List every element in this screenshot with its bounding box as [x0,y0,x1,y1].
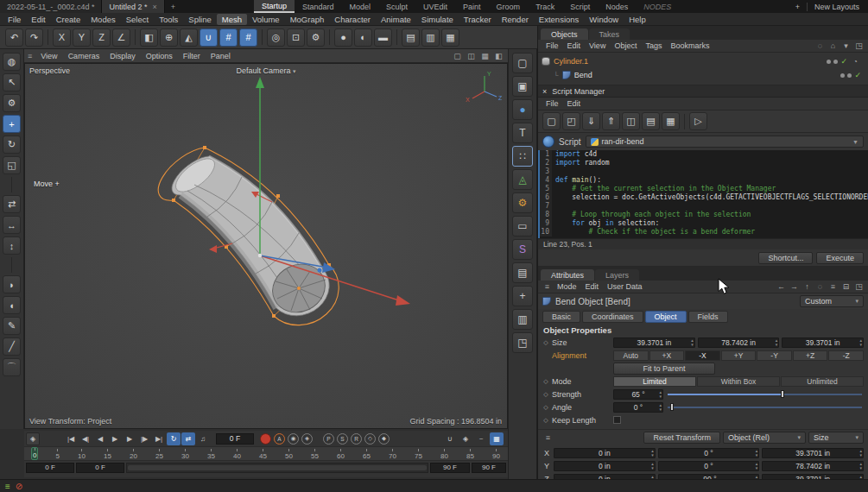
layout-tab-startup[interactable]: Startup [254,0,295,13]
stepper[interactable]: ▴▾ [756,449,758,457]
stepper[interactable]: ▴▾ [659,390,662,399]
camera-menu-icon[interactable]: ▾ [293,68,296,74]
transfer-tool-icon[interactable]: ⇄ [3,195,21,213]
corner-pin-icon[interactable]: ◳ [512,332,533,353]
layout-tab-standard[interactable]: Standard [295,0,342,13]
gear-object-icon[interactable]: ⚙ [512,192,533,213]
coordinate-mode-dropdown[interactable]: Object (Rel)▾ [723,432,806,444]
section-tab-basic[interactable]: Basic [542,311,580,323]
mode-unlimited-button[interactable]: Unlimited [781,376,864,387]
camera-icon[interactable]: ▥ [421,28,440,47]
phong-tag-icon[interactable]: ◔ [850,58,861,66]
add-layout-button[interactable]: + [795,3,800,11]
viewport-menu-cameras[interactable]: Cameras [63,52,105,60]
object-name[interactable]: Cylinder.1 [554,57,588,66]
viewport-solo-icon[interactable]: ◧ [140,28,158,47]
editor-visibility-dot[interactable] [840,73,845,78]
list-icon[interactable]: ≡ [827,282,839,291]
next-key-button[interactable]: |▶ [137,432,151,445]
next-frame-button[interactable]: ▶ [123,432,136,445]
code-line[interactable]: 6 selection = doc.GetActiveObjects(c4d.G… [540,193,868,202]
close-tab-icon[interactable]: × [152,3,156,11]
fcurve-icon[interactable]: ~ [474,432,488,445]
timeline-tick-45[interactable]: 45 [258,449,268,460]
pingpong-button[interactable]: ⇄ [181,432,195,445]
menu-edit[interactable]: Edit [26,14,50,25]
stepper[interactable]: ▴▾ [860,462,863,470]
axis-tool-icon[interactable]: ↕ [3,237,21,255]
y-position-field[interactable]: 0 in▴▾ [554,461,656,471]
key-diamond-icon[interactable]: ◇ [542,339,549,346]
viewport-menu-icon[interactable]: ≡ [28,52,32,60]
code-line[interactable]: 9 for obj in selection: [540,219,868,228]
stepper[interactable]: ▴▾ [860,338,863,347]
document-tab[interactable]: Untitled 2 *× [102,0,164,13]
attributes-menu-icon[interactable]: ≡ [542,282,553,291]
timeline-tick-75[interactable]: 75 [414,449,423,460]
current-frame-field[interactable]: 0 F [216,433,254,445]
layout-tab-track[interactable]: Track [528,0,562,13]
code-line[interactable]: 1import c4d [540,150,868,159]
attr-menu-user-data[interactable]: User Data [603,282,647,291]
alignment-minus-y-button[interactable]: -Y [757,350,792,361]
viewport-scene[interactable]: Y X Z [25,64,507,428]
record-pla-icon[interactable]: ◆ [378,433,390,445]
script-menu-file[interactable]: File [542,99,563,108]
render-visibility-dot[interactable] [833,60,838,64]
stepper[interactable]: ▴▾ [776,338,778,347]
menu-character[interactable]: Character [329,14,376,25]
snap-time-icon[interactable]: ∪ [443,432,457,445]
duplicate-script-icon[interactable]: ◫ [622,112,640,130]
snap-icon[interactable]: ∪ [200,28,218,47]
layout-tab-groom[interactable]: Groom [489,0,529,13]
range-end-field[interactable]: 90 F [472,463,506,473]
enabled-check-icon[interactable]: ✓ [840,57,847,66]
undo-icon[interactable]: ↶ [5,28,23,47]
fit-to-parent-button[interactable]: Fit to Parent [613,363,715,375]
keep-length-checkbox[interactable] [613,416,621,424]
popout-icon[interactable]: ◳ [853,41,865,50]
record-active-objects-icon[interactable]: ◉ [288,433,299,445]
search-icon[interactable]: ◌ [814,41,826,50]
mode-within-box-button[interactable]: Within Box [697,376,780,387]
goto-start-button[interactable]: |◀ [64,432,78,445]
object-name[interactable]: Bend [574,71,592,79]
new-script-icon[interactable]: ▢ [542,112,561,130]
menu-window[interactable]: Window [584,14,624,25]
arc-tool-icon[interactable]: ⌒ [3,358,21,376]
angle-slider[interactable] [666,402,864,413]
attr-menu-edit[interactable]: Edit [581,282,604,291]
layout-tab-model[interactable]: Model [342,0,379,13]
timeline-tick-80[interactable]: 80 [440,449,449,460]
image-icon[interactable]: ▦ [662,112,680,130]
popout-icon[interactable]: ◳ [853,282,865,291]
alignment-auto-button[interactable]: Auto [613,350,649,361]
render-film-icon[interactable]: ▤ [642,112,660,130]
open-script-icon[interactable]: ◰ [562,112,580,130]
record-parameter-icon[interactable]: ◇ [364,433,376,445]
smear-tool-icon[interactable]: ◖ [3,296,21,314]
render-view-button[interactable]: ◎ [267,28,285,47]
environment-icon[interactable]: ◐ [354,28,372,47]
lock-z-button[interactable]: Z [92,28,111,47]
goto-end-button[interactable]: ▶| [152,432,166,445]
live-selection-icon[interactable]: ↖ [3,73,21,91]
timeline-tick-50[interactable]: 50 [284,449,294,460]
layout-tab-nodes[interactable]: Nodes [598,0,636,13]
reset-transform-button[interactable]: Reset Transform [643,432,720,444]
strength-slider-handle[interactable] [781,390,784,398]
quantize-icon[interactable]: # [239,28,257,47]
toggle-view-icon[interactable]: ◧ [493,52,504,60]
up-icon[interactable]: ↑ [801,282,813,291]
code-line[interactable]: 4def main(): [540,176,868,185]
menu-select[interactable]: Select [121,14,154,25]
play-button[interactable]: ▶ [108,432,122,445]
viewport-menu-view[interactable]: View [35,52,62,60]
code-line[interactable]: 8 # Loop through each object in the sele… [540,211,868,219]
x-size-field[interactable]: 39.3701 in▴▾ [762,448,864,458]
editor-visibility-dot[interactable] [827,60,831,64]
angle-field[interactable]: 0 °▴▾ [613,402,663,413]
tree-row-bend[interactable]: └ Bend ✓ [554,68,865,82]
viewport-menu-options[interactable]: Options [141,52,178,60]
timeline-tick-65[interactable]: 65 [362,449,371,460]
